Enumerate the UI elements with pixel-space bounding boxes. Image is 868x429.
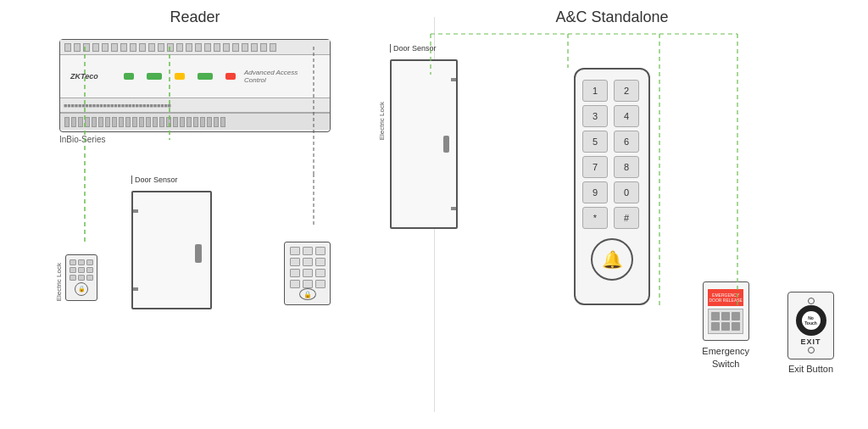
- bottom-pin: [193, 117, 198, 127]
- door-handle-left: [195, 244, 202, 263]
- keypad-medium-row: [290, 247, 326, 255]
- keypad-key: [70, 259, 76, 265]
- hinge-top: [133, 209, 138, 213]
- medium-keypad: 🔒: [284, 242, 331, 305]
- door-sensor-label-left: Door Sensor: [131, 176, 178, 184]
- controller-pin: [64, 43, 71, 52]
- keypad-medium-key: [290, 247, 300, 255]
- bottom-pin: [139, 117, 144, 127]
- emergency-connectors: [708, 309, 743, 334]
- large-keypad-bell: 🔔: [591, 238, 633, 281]
- large-key-8: 8: [614, 156, 639, 178]
- controller-mid-strip: ■■■■■■■■■■■■■■■■■■■■■■■■■■■■■■: [60, 98, 330, 113]
- electric-lock-label-left: Electric Lock: [55, 259, 63, 301]
- electric-lock-label-right: Electric Lock: [378, 102, 386, 140]
- controller-pin: [148, 43, 155, 52]
- connector-pin: [732, 322, 740, 331]
- bottom-pin: [64, 117, 70, 127]
- exit-box: NoTouch EXIT: [787, 292, 834, 359]
- large-key-5: 5: [582, 131, 608, 153]
- bottom-pin: [78, 117, 83, 127]
- keypad-key: [86, 275, 93, 281]
- bottom-pin: [85, 117, 90, 127]
- keypad-medium-key: [315, 280, 326, 288]
- keypad-key: [78, 275, 85, 281]
- controller-pin: [251, 43, 258, 52]
- large-keypad-grid: 1 2 3 4 5 6 7 8 9 0 * #: [582, 80, 642, 229]
- bottom-pin: [200, 117, 205, 127]
- exit-top-dot: [808, 298, 815, 304]
- connector-pin: [711, 322, 720, 331]
- right-door-wrapper: Door Sensor Electric Lock: [390, 59, 458, 229]
- keypad-medium-key: [303, 247, 313, 255]
- large-key-7: 7: [582, 156, 608, 178]
- controller-top-strip: [60, 40, 330, 55]
- controller-leds: [124, 73, 236, 80]
- hinge-bottom: [133, 287, 138, 291]
- emergency-switch-assembly: EMERGENCYDOOR RELEASE EmergencySwitch: [702, 281, 749, 370]
- right-hinge-top: [451, 78, 456, 81]
- bottom-pin: [146, 117, 151, 127]
- controller-pin: [232, 43, 239, 52]
- controller-pin: [74, 43, 81, 52]
- controller-pin: [186, 43, 192, 52]
- keypad-medium-key: [290, 269, 300, 277]
- keypad-medium-rows: [290, 247, 326, 288]
- controller-box: ZKTeco Advanced Access Control ■■■■■■■■■…: [59, 39, 331, 132]
- keypad-row: [70, 275, 93, 281]
- led-red: [225, 73, 236, 80]
- connector-pin: [732, 312, 740, 320]
- main-container: Reader: [0, 0, 868, 429]
- right-door-keypad: 🔒: [284, 242, 331, 305]
- bottom-pin: [105, 117, 110, 127]
- right-section: A&C Standalone Door Sensor Electric Lock…: [373, 8, 851, 421]
- connector-pin: [711, 312, 720, 320]
- emergency-top-text: EMERGENCYDOOR RELEASE: [709, 292, 742, 303]
- controller-pin: [120, 43, 127, 52]
- large-key-1: 1: [582, 80, 608, 102]
- controller-label: Advanced Access Control: [244, 69, 321, 84]
- left-title: Reader: [170, 8, 220, 26]
- bottom-pin: [180, 117, 185, 127]
- controller-pin: [111, 43, 118, 52]
- led-green-1: [124, 73, 134, 80]
- led-yellow: [175, 73, 185, 80]
- led-green-3: [198, 73, 213, 80]
- controller-middle: ZKTeco Advanced Access Control: [60, 55, 330, 98]
- keypad-medium-key: [303, 269, 313, 277]
- bottom-pin: [166, 117, 171, 127]
- connector-pin: [721, 322, 730, 331]
- keypad-medium-key: [315, 258, 326, 266]
- bottom-pin: [153, 117, 158, 127]
- keypad-medium-row: [290, 269, 326, 277]
- led-green-2: [147, 73, 162, 80]
- controller-pin: [83, 43, 90, 52]
- keypad-key: [78, 259, 85, 265]
- large-key-0: 0: [614, 181, 639, 203]
- keypad-key: [86, 259, 93, 265]
- large-key-hash: #: [614, 207, 639, 229]
- emergency-box: EMERGENCYDOOR RELEASE: [703, 281, 749, 341]
- keypad-medium-key: [315, 269, 326, 277]
- bottom-pin: [119, 117, 124, 127]
- controller-pin: [270, 43, 276, 52]
- right-title: A&C Standalone: [555, 8, 668, 26]
- bottom-pin: [71, 117, 76, 127]
- keypad-medium-key: [315, 247, 326, 255]
- controller-pin: [92, 43, 99, 52]
- controller-pin: [176, 43, 183, 52]
- left-door: Door Sensor: [131, 191, 212, 309]
- keypad-lock-icon-medium: 🔒: [299, 288, 316, 300]
- emergency-switch-label: EmergencySwitch: [702, 345, 749, 370]
- bottom-pin: [207, 117, 212, 127]
- keypad-medium-row: [290, 280, 326, 288]
- keypad-key: [86, 267, 93, 273]
- large-keypad-device: 1 2 3 4 5 6 7 8 9 0 * # 🔔: [574, 68, 650, 305]
- bottom-pin: [220, 117, 225, 127]
- exit-no-touch-text: NoTouch: [804, 315, 817, 326]
- bottom-pin: [159, 117, 164, 127]
- keypad-key: [70, 267, 76, 273]
- large-key-6: 6: [614, 131, 639, 153]
- exit-main-circle: NoTouch: [796, 305, 826, 336]
- bottom-pin: [132, 117, 137, 127]
